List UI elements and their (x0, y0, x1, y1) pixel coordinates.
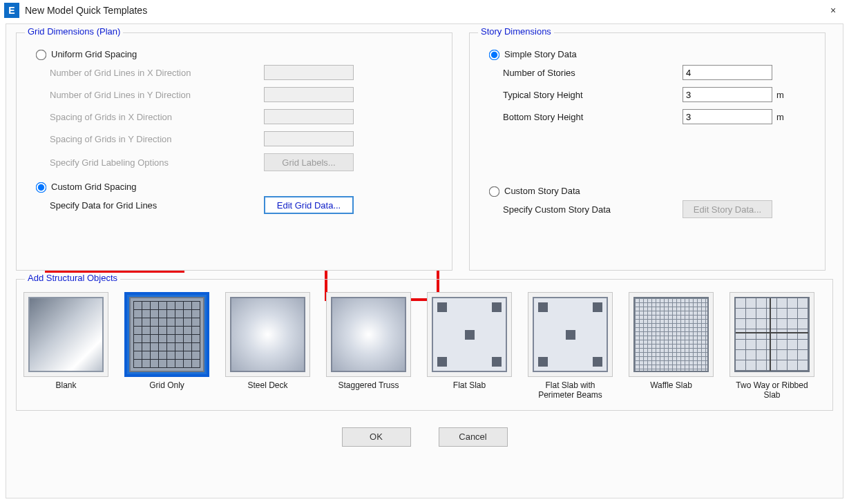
grid-labeling-label: Specify Grid Labeling Options (50, 157, 264, 168)
spacing-y-input (264, 131, 354, 146)
template-staggered-truss-label: Staggered Truss (338, 381, 399, 391)
num-stories-input[interactable] (683, 65, 772, 80)
app-icon: E (4, 3, 19, 18)
template-steel-deck[interactable] (225, 292, 310, 377)
typical-height-input[interactable] (683, 87, 772, 102)
grid-labels-button: Grid Labels... (264, 153, 354, 171)
template-blank-label: Blank (55, 381, 76, 391)
spacing-y-label: Spacing of Grids in Y Direction (50, 134, 264, 144)
uniform-grid-label: Uniform Grid Spacing (51, 49, 137, 59)
edit-story-data-button: Edit Story Data... (683, 200, 772, 218)
story-dimensions-group: Story Dimensions Simple Story Data Numbe… (469, 32, 826, 271)
custom-grid-label: Custom Grid Spacing (51, 182, 137, 192)
add-structural-objects-legend: Add Structural Objects (25, 273, 120, 283)
template-flat-slab[interactable] (427, 292, 512, 377)
num-y-label: Number of Grid Lines in Y Direction (50, 90, 264, 100)
specify-custom-story-label: Specify Custom Story Data (503, 204, 683, 215)
num-y-input (264, 87, 354, 102)
template-grid-only-label: Grid Only (149, 381, 184, 391)
template-flat-slab-label: Flat Slab (453, 381, 486, 391)
title-bar: E New Model Quick Templates × (0, 0, 849, 21)
close-button[interactable]: × (821, 2, 845, 19)
template-flat-slab-perimeter[interactable] (528, 292, 613, 377)
bottom-height-input[interactable] (683, 109, 772, 124)
bottom-height-label: Bottom Story Height (503, 112, 683, 122)
template-waffle-slab-label: Waffle Slab (650, 381, 692, 391)
template-waffle-slab[interactable] (629, 292, 714, 377)
spacing-x-input (264, 109, 354, 124)
template-two-way-ribbed-label: Two Way or Ribbed Slab (729, 381, 814, 400)
template-staggered-truss[interactable] (326, 292, 411, 377)
grid-dimensions-group: Grid Dimensions (Plan) Uniform Grid Spac… (16, 32, 452, 271)
simple-story-radio[interactable] (489, 50, 500, 61)
specify-grid-data-label: Specify Data for Grid Lines (50, 200, 264, 211)
template-steel-deck-label: Steel Deck (247, 381, 287, 391)
custom-story-radio[interactable] (489, 186, 500, 197)
uniform-grid-radio[interactable] (36, 50, 47, 61)
spacing-x-label: Spacing of Grids in X Direction (50, 112, 264, 122)
add-structural-objects-group: Add Structural Objects Blank Grid Only S… (16, 279, 833, 411)
custom-story-label: Custom Story Data (504, 186, 580, 196)
dialog-body: Grid Dimensions (Plan) Uniform Grid Spac… (6, 23, 843, 498)
cancel-button[interactable]: Cancel (439, 427, 508, 447)
edit-grid-data-button[interactable]: Edit Grid Data... (264, 196, 354, 214)
bottom-height-unit: m (776, 112, 784, 122)
simple-story-label: Simple Story Data (504, 49, 577, 59)
typical-height-label: Typical Story Height (503, 90, 683, 100)
grid-dimensions-legend: Grid Dimensions (Plan) (25, 26, 123, 37)
story-dimensions-legend: Story Dimensions (478, 26, 554, 37)
template-blank[interactable] (23, 292, 108, 377)
typical-height-unit: m (776, 90, 784, 100)
custom-grid-radio[interactable] (36, 182, 47, 193)
window-title: New Model Quick Templates (25, 5, 821, 16)
num-stories-label: Number of Stories (503, 68, 683, 78)
num-x-input (264, 65, 354, 80)
ok-button[interactable]: OK (342, 427, 411, 447)
template-two-way-ribbed[interactable] (729, 292, 814, 377)
template-grid-only[interactable] (124, 292, 209, 377)
num-x-label: Number of Grid Lines in X Direction (50, 68, 264, 78)
template-flat-slab-perimeter-label: Flat Slab with Perimeter Beams (528, 381, 613, 400)
